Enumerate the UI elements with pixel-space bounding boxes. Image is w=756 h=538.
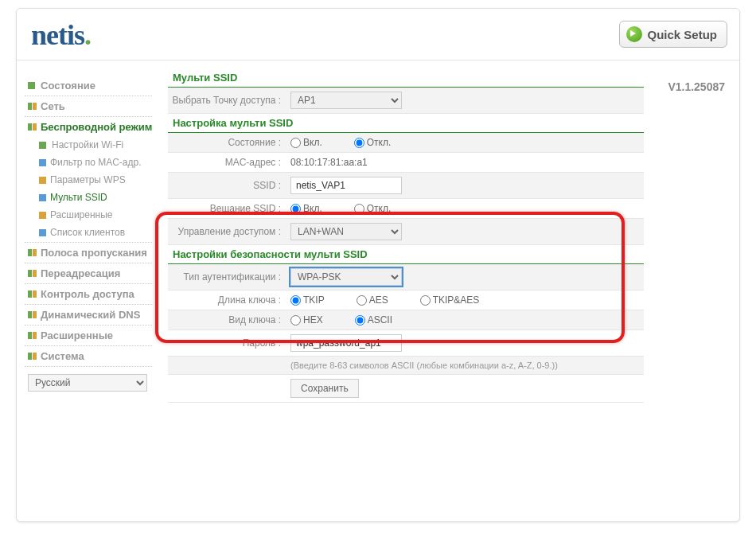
row-broadcast: Вещание SSID : Вкл. Откл. [168,199,644,219]
radio-hex[interactable]: HEX [290,314,323,326]
menu-icon [28,103,37,110]
play-icon [626,26,642,42]
sidebar-item-label: Параметры WPS [50,174,126,185]
label-keylen: Длина ключа : [168,294,287,306]
menu-icon [39,142,46,149]
label-keytype: Вид ключа : [168,314,287,326]
language-select[interactable]: Русский [28,374,147,392]
label-broadcast: Вещание SSID : [168,203,287,214]
sidebar-item-6[interactable]: Мульти SSID [25,189,160,206]
select-ap[interactable]: AP1 [290,92,402,109]
menu-icon [39,212,46,219]
row-keylen: Длина ключа : TKIP AES TKIP&AES [168,290,644,310]
radio-bcast-off[interactable]: Откл. [354,203,392,214]
sidebar-item-13[interactable]: Расширенные [25,326,160,345]
menu-icon [28,311,37,318]
row-save: Сохранить [168,375,644,403]
sidebar-item-label: Динамический DNS [41,309,140,321]
radio-tkip[interactable]: TKIP [290,294,325,306]
sidebar-item-14[interactable]: Система [25,347,160,365]
row-mac: MAC-адрес : 08:10:17:81:aa:a1 [168,153,644,173]
sidebar-item-8[interactable]: Список клиентов [25,224,160,241]
sidebar-item-label: Фильтр по MAC-адр. [50,157,142,168]
sidebar-item-label: Переадресация [41,267,120,279]
menu-icon [39,159,46,166]
select-access[interactable]: LAN+WAN [290,223,402,240]
section-multi-ssid-title: Мульти SSID [168,68,644,88]
body: СостояниеСетьБеспроводной режимНастройки… [17,60,739,521]
section-multi-ssid-config-title: Настройка мульти SSID [168,114,644,133]
sidebar-item-0[interactable]: Состояние [25,76,160,95]
label-mac: MAC-адрес : [168,157,287,168]
row-auth: Тип аутентификации : WPA-PSK [168,264,644,290]
radio-state-off[interactable]: Откл. [354,137,392,148]
quick-setup-button[interactable]: Quick Setup [619,21,727,48]
sidebar-item-label: Расширенные [41,329,113,341]
sidebar-item-label: Мульти SSID [50,192,107,203]
row-keytype: Вид ключа : HEX ASCII [168,310,644,330]
sidebar-item-label: Беспроводной режим [41,121,152,133]
menu-icon [28,332,37,339]
sidebar-item-3[interactable]: Настройки Wi-Fi [25,136,160,154]
sidebar-item-4[interactable]: Фильтр по MAC-адр. [25,154,160,171]
label-password: Пароль : [168,337,287,349]
sidebar-item-11[interactable]: Контроль доступа [25,285,160,303]
radio-aes[interactable]: AES [357,294,388,306]
menu-icon [28,249,37,256]
label-select-ap: Выбрать Точку доступа : [168,95,287,106]
value-mac: 08:10:17:81:aa:a1 [287,155,644,170]
row-ssid: SSID : [168,173,644,199]
sidebar-item-label: Список клиентов [50,227,125,238]
menu-icon [39,229,46,236]
sidebar-item-label: Настройки Wi-Fi [52,139,123,150]
label-access: Управление доступом : [168,226,287,237]
sidebar-item-label: Система [41,350,84,362]
sidebar-item-label: Контроль доступа [41,288,134,300]
sidebar-item-12[interactable]: Динамический DNS [25,306,160,324]
menu-icon [28,123,37,131]
menu-icon [28,82,35,89]
sidebar-item-1[interactable]: Сеть [25,97,160,115]
password-hint: (Введите 8-63 символов ASCII (любые комб… [287,359,644,372]
quick-setup-label: Quick Setup [647,28,717,41]
app-frame: netis. Quick Setup V1.1.25087 СостояниеС… [16,8,740,522]
radio-state-on[interactable]: Вкл. [290,137,322,148]
content: Мульти SSID Выбрать Точку доступа : AP1 … [160,60,739,521]
sidebar-item-label: Расширенные [50,209,113,220]
sidebar-item-9[interactable]: Полоса пропускания [25,244,160,262]
row-select-ap: Выбрать Точку доступа : AP1 [168,88,644,114]
row-hint: (Введите 8-63 символов ASCII (любые комб… [168,357,644,375]
label-ssid: SSID : [168,180,287,191]
radio-tkipaes[interactable]: TKIP&AES [420,294,480,306]
header: netis. Quick Setup [17,9,739,60]
menu-icon [39,177,46,184]
radio-bcast-on[interactable]: Вкл. [290,203,322,214]
input-password[interactable] [290,334,402,352]
menu-icon [28,270,37,277]
sidebar-item-5[interactable]: Параметры WPS [25,171,160,189]
menu-icon [28,290,37,298]
sidebar-item-label: Состояние [41,80,95,92]
menu-icon [28,353,37,360]
input-ssid[interactable] [290,177,402,194]
row-password: Пароль : [168,330,644,357]
sidebar-item-label: Сеть [41,100,65,112]
menu-icon [39,194,46,201]
sidebar: СостояниеСетьБеспроводной режимНастройки… [17,60,160,521]
logo: netis. [31,19,91,51]
save-button[interactable]: Сохранить [290,379,359,398]
radio-ascii[interactable]: ASCII [355,314,392,326]
sidebar-item-10[interactable]: Переадресация [25,264,160,283]
row-state: Состояние : Вкл. Откл. [168,133,644,153]
label-auth: Тип аутентификации : [168,271,287,283]
sidebar-item-label: Полоса пропускания [41,247,147,259]
sidebar-item-7[interactable]: Расширенные [25,206,160,224]
select-auth[interactable]: WPA-PSK [290,268,402,286]
sidebar-item-2[interactable]: Беспроводной режим [25,118,160,136]
section-security-title: Настройки безопасности мульти SSID [168,245,644,264]
label-state: Состояние : [168,137,287,148]
row-access: Управление доступом : LAN+WAN [168,219,644,245]
